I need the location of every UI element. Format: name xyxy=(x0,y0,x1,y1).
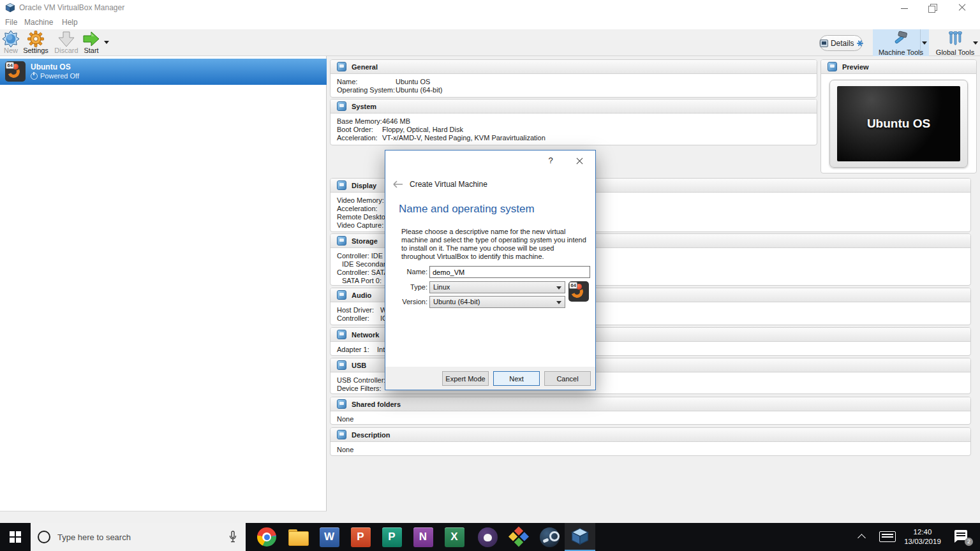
settings-button[interactable]: Settings xyxy=(22,31,50,56)
taskbar-chrome[interactable] xyxy=(251,523,282,551)
close-button[interactable] xyxy=(951,0,973,15)
section-description-header[interactable]: Description xyxy=(330,428,970,442)
type-select[interactable]: Linux xyxy=(429,281,565,293)
restore-button[interactable] xyxy=(922,0,944,15)
create-vm-dialog: ? Create Virtual Machine Name and operat… xyxy=(385,150,596,390)
shared-folders-icon xyxy=(337,399,346,409)
section-general-header[interactable]: General xyxy=(330,60,817,74)
details-pin-icon xyxy=(857,40,862,47)
menu-machine[interactable]: Machine xyxy=(24,18,53,27)
power-icon xyxy=(31,73,38,80)
preview-screen: Ubuntu OS xyxy=(837,86,960,161)
details-toggle-button[interactable]: Details xyxy=(819,35,863,51)
powerpoint-icon: P xyxy=(351,527,371,547)
section-system-header[interactable]: System xyxy=(330,99,817,114)
menu-help[interactable]: Help xyxy=(62,18,78,27)
vm-name: Ubuntu OS xyxy=(31,62,71,71)
action-center-button[interactable]: 2 xyxy=(954,530,971,544)
dialog-footer: Expert Mode Next Cancel xyxy=(385,367,595,390)
clock-time: 12:40 xyxy=(897,527,948,537)
virtualbox-logo-icon xyxy=(5,3,15,13)
global-tools-button[interactable]: Global Tools xyxy=(930,29,980,56)
taskbar-onenote[interactable]: N xyxy=(408,523,438,551)
vm-list-item-ubuntu[interactable]: 64 Ubuntu OS Powered Off xyxy=(0,59,327,85)
taskbar-github-desktop[interactable] xyxy=(472,523,503,551)
version-label: Version: xyxy=(392,298,427,305)
global-tools-dropdown[interactable] xyxy=(971,29,980,56)
type-label: Type: xyxy=(392,283,427,291)
taskbar-file-explorer[interactable] xyxy=(283,523,313,551)
cancel-button[interactable]: Cancel xyxy=(544,371,591,386)
word-icon: W xyxy=(320,527,339,547)
64bit-badge: 64 xyxy=(569,282,577,289)
next-button[interactable]: Next xyxy=(493,371,540,386)
new-vm-icon xyxy=(3,31,19,47)
touch-keyboard-icon[interactable] xyxy=(879,531,896,542)
name-label: Name: xyxy=(392,268,427,276)
taskbar-diamond-app[interactable] xyxy=(503,523,534,551)
start-dropdown-caret[interactable] xyxy=(104,41,109,44)
taskbar-excel[interactable]: X xyxy=(439,523,470,551)
menu-file[interactable]: File xyxy=(5,18,17,27)
microphone-icon[interactable] xyxy=(228,531,237,543)
machine-tools-hammer-icon xyxy=(893,31,909,46)
menubar: File Machine Help xyxy=(0,15,980,29)
taskbar-publisher[interactable]: P xyxy=(376,523,407,551)
preview-monitor: Ubuntu OS xyxy=(829,80,968,168)
toolbar: New Settings Discard Start Details Machi… xyxy=(0,29,980,56)
machine-tools-button[interactable]: Machine Tools xyxy=(873,29,929,56)
discard-button[interactable]: Discard xyxy=(52,31,80,56)
storage-icon xyxy=(337,236,346,246)
network-icon xyxy=(337,330,346,339)
taskbar-virtualbox-active[interactable] xyxy=(565,523,595,551)
tray-chevron-up-icon[interactable] xyxy=(858,534,866,542)
dialog-close-icon[interactable] xyxy=(573,154,586,167)
usb-icon xyxy=(337,360,346,370)
taskbar-powerpoint[interactable]: P xyxy=(345,523,376,551)
file-explorer-icon xyxy=(288,529,308,545)
system-icon xyxy=(337,101,346,111)
general-icon xyxy=(337,62,346,71)
machine-tools-dropdown[interactable] xyxy=(920,29,929,56)
version-select[interactable]: Ubuntu (64-bit) xyxy=(429,296,565,308)
window-title: Oracle VM VirtualBox Manager xyxy=(19,3,124,12)
cortana-icon xyxy=(38,531,50,543)
desktop: Oracle VM VirtualBox Manager File Machin… xyxy=(0,0,980,551)
settings-gear-icon xyxy=(27,31,44,47)
description-icon xyxy=(337,430,346,439)
taskbar-word[interactable]: W xyxy=(314,523,345,551)
preview-icon xyxy=(828,62,837,71)
dialog-help-button[interactable]: ? xyxy=(544,154,557,167)
taskbar-steam[interactable] xyxy=(534,523,565,551)
start-arrow-icon xyxy=(83,31,100,47)
expert-mode-button[interactable]: Expert Mode xyxy=(442,371,489,386)
section-general: General Name:Ubuntu OS Operating System:… xyxy=(330,59,817,98)
audio-icon xyxy=(337,290,346,300)
publisher-icon: P xyxy=(382,527,402,547)
titlebar: Oracle VM VirtualBox Manager xyxy=(0,0,980,15)
notification-badge: 2 xyxy=(965,538,973,546)
64bit-badge: 64 xyxy=(6,62,14,69)
section-shared-folders-header[interactable]: Shared folders xyxy=(330,397,970,411)
display-icon xyxy=(337,180,346,190)
windows-start-button[interactable] xyxy=(0,523,31,551)
dialog-title: Create Virtual Machine xyxy=(410,180,487,189)
taskbar-search[interactable]: Type here to search xyxy=(31,523,246,551)
section-preview-header[interactable]: Preview xyxy=(821,60,976,74)
excel-icon: X xyxy=(445,527,464,547)
section-description: Description None xyxy=(330,427,971,456)
chevron-down-icon xyxy=(556,301,561,304)
details-icon xyxy=(820,40,828,47)
minimize-button[interactable] xyxy=(894,0,916,15)
chrome-icon xyxy=(257,527,276,547)
selected-os-icon: 64 xyxy=(568,281,589,302)
taskbar-clock[interactable]: 12:40 13/03/2019 xyxy=(897,527,948,547)
diamond-app-icon xyxy=(508,526,529,547)
dialog-description: Please choose a descriptive name for the… xyxy=(401,228,588,261)
clock-date: 13/03/2019 xyxy=(897,537,948,547)
vm-name-input[interactable] xyxy=(429,266,590,278)
back-arrow-icon[interactable] xyxy=(392,180,403,188)
taskbar: Type here to search W P P N X 12:40 13/0… xyxy=(0,523,980,551)
ubuntu-os-icon: 64 xyxy=(5,61,26,82)
start-button[interactable]: Start xyxy=(77,31,105,56)
